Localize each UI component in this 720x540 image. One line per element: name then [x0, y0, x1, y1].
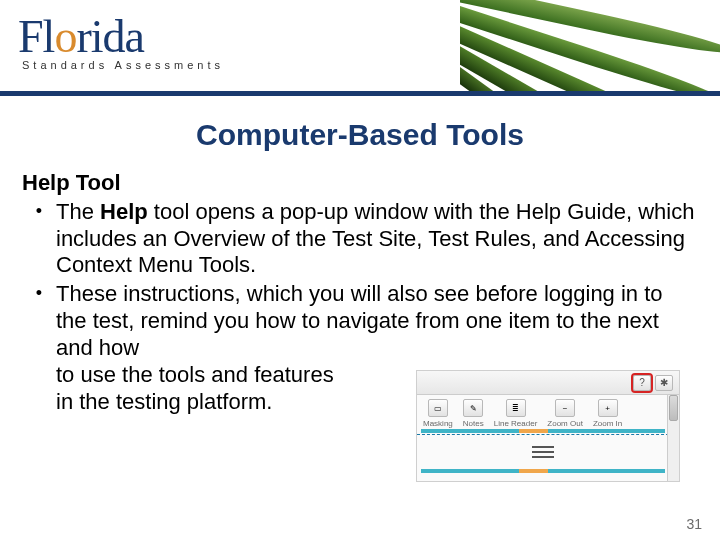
palm-decoration: [460, 0, 720, 91]
bullet-item: • The Help tool opens a pop-up window wi…: [22, 199, 698, 279]
line-reader-icon: ≣: [506, 399, 526, 417]
toolbar-screenshot: ? ✱ ▭ Masking ✎ Notes ≣ Line Reader − Zo…: [416, 370, 680, 482]
slide-title: Computer-Based Tools: [0, 118, 720, 152]
zoom-out-icon: −: [555, 399, 575, 417]
tool-zoom-out[interactable]: − Zoom Out: [547, 399, 583, 428]
inset-content-area: [421, 437, 665, 467]
tool-zoom-in[interactable]: + Zoom In: [593, 399, 622, 428]
tool-line-reader[interactable]: ≣ Line Reader: [494, 399, 538, 428]
notes-icon: ✎: [463, 399, 483, 417]
zoom-in-icon: +: [598, 399, 618, 417]
logo-wordmark: Florida: [18, 10, 224, 63]
tool-masking[interactable]: ▭ Masking: [423, 399, 453, 428]
bullet-text: The Help tool opens a pop-up window with…: [56, 199, 698, 279]
page-number: 31: [686, 516, 702, 532]
hamburger-icon: [532, 446, 554, 458]
tool-notes[interactable]: ✎ Notes: [463, 399, 484, 428]
bullet-marker: •: [22, 199, 56, 279]
masking-icon: ▭: [428, 399, 448, 417]
section-subheading: Help Tool: [22, 170, 698, 197]
inset-topbar: ? ✱: [417, 371, 679, 395]
help-icon[interactable]: ?: [633, 375, 651, 391]
logo: Florida Standards Assessments: [18, 10, 224, 71]
bullet-marker: •: [22, 281, 56, 415]
scrollbar[interactable]: [667, 395, 679, 481]
slide-header: Florida Standards Assessments: [0, 0, 720, 96]
logo-subtitle: Standards Assessments: [22, 59, 224, 71]
inset-divider-stripe: [421, 469, 665, 473]
gear-icon[interactable]: ✱: [655, 375, 673, 391]
inset-divider-stripe: [421, 429, 665, 433]
scrollbar-thumb[interactable]: [669, 395, 678, 421]
